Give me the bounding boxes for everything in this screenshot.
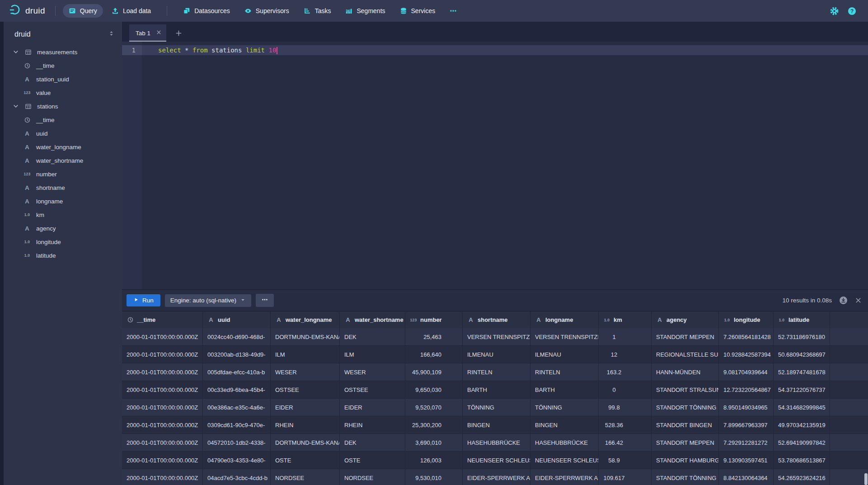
tab-tab1[interactable]: Tab 1 xyxy=(129,24,166,42)
cell-agency[interactable]: STANDORT MEPPEN xyxy=(652,328,719,346)
cell-__time[interactable]: 2000-01-01T00:00:00.000Z xyxy=(122,328,203,346)
tree-column-water_shortname[interactable]: Awater_shortname xyxy=(4,154,122,167)
cell-uuid[interactable]: 04acd7e5-3cbc-4cdd-b xyxy=(203,469,271,485)
cell-uuid[interactable]: 04790e03-4353-4e80- xyxy=(203,452,271,469)
cell-water_shortname[interactable]: RHEIN xyxy=(340,416,405,434)
cell-longitude[interactable]: 7.899667963397 xyxy=(719,416,774,434)
cell-water_shortname[interactable]: ILM xyxy=(340,346,405,363)
cell-shortname[interactable]: EIDER-SPERRWERK AP xyxy=(463,469,530,485)
cell-water_shortname[interactable]: NORDSEE xyxy=(340,469,405,485)
cell-number[interactable]: 25,300,200 xyxy=(405,416,463,434)
cell-shortname[interactable]: BINGEN xyxy=(463,416,530,434)
cell-water_shortname[interactable]: DEK xyxy=(340,328,405,346)
cell-water_longname[interactable]: NORDSEE xyxy=(271,469,340,485)
cell-number[interactable]: 25,463 xyxy=(405,328,463,346)
download-results-icon[interactable] xyxy=(839,296,848,305)
cell-shortname[interactable]: VERSEN TRENNSPITZE xyxy=(463,328,530,346)
cell-number[interactable]: 126,003 xyxy=(405,452,463,469)
cell-number[interactable]: 45,900,109 xyxy=(405,363,463,381)
column-header-shortname[interactable]: Ashortname xyxy=(463,311,530,328)
column-header-number[interactable]: 123number xyxy=(405,311,463,328)
cell-uuid[interactable]: 00c33ed9-6bea-45b4- xyxy=(203,381,271,399)
cell-uuid[interactable]: 005dfdae-efcc-410a-b xyxy=(203,363,271,381)
cell-longitude[interactable]: 8.842130064364 xyxy=(719,469,774,485)
tree-table-measurements[interactable]: measurements xyxy=(4,45,122,59)
cell-water_longname[interactable]: RHEIN xyxy=(271,416,340,434)
cell-km[interactable]: 58.9 xyxy=(599,452,652,469)
cell-water_longname[interactable]: DORTMUND-EMS-KANAL xyxy=(271,328,340,346)
cell-__time[interactable]: 2000-01-01T00:00:00.000Z xyxy=(122,381,203,399)
cell-agency[interactable]: STANDORT TÖNNING xyxy=(652,469,719,485)
cell-longname[interactable]: BARTH xyxy=(530,381,599,399)
tree-column-number[interactable]: 123number xyxy=(4,167,122,181)
column-header-latitude[interactable]: 1.0latitude xyxy=(774,311,830,328)
cell-water_shortname[interactable]: DEK xyxy=(340,434,405,452)
cell-longname[interactable]: EIDER-SPERRWERK AP xyxy=(530,469,599,485)
cell-km[interactable]: 528.36 xyxy=(599,416,652,434)
tree-column-agency[interactable]: Aagency xyxy=(4,221,122,235)
cell-__time[interactable]: 2000-01-01T00:00:00.000Z xyxy=(122,469,203,485)
cell-km[interactable]: 12 xyxy=(599,346,652,363)
cell-uuid[interactable]: 04572010-1db2-4338- xyxy=(203,434,271,452)
cell-water_shortname[interactable]: OSTSEE xyxy=(340,381,405,399)
cell-agency[interactable]: STANDORT HAMBURG xyxy=(652,452,719,469)
druid-brand[interactable]: druid xyxy=(6,4,48,18)
nav-item-query[interactable]: Query xyxy=(63,4,103,18)
cell-__time[interactable]: 2000-01-01T00:00:00.000Z xyxy=(122,434,203,452)
column-header-uuid[interactable]: Auuid xyxy=(203,311,271,328)
nav-item-datasources[interactable]: Datasources xyxy=(177,4,236,18)
cell-km[interactable]: 99.8 xyxy=(599,399,652,416)
cell-uuid[interactable]: 00e386ac-e35c-4a6e- xyxy=(203,399,271,416)
cell-number[interactable]: 3,690,010 xyxy=(405,434,463,452)
cell-number[interactable]: 166,640 xyxy=(405,346,463,363)
cell-latitude[interactable]: 54.371220576737 xyxy=(774,381,830,399)
cell-km[interactable]: 163.2 xyxy=(599,363,652,381)
tree-column-longname[interactable]: Alongname xyxy=(4,194,122,208)
cell-shortname[interactable]: TÖNNING xyxy=(463,399,530,416)
cell-longname[interactable]: VERSEN TRENNSPITZE xyxy=(530,328,599,346)
column-header-water_shortname[interactable]: Awater_shortname xyxy=(340,311,405,328)
cell-longname[interactable]: ILMENAU xyxy=(530,346,599,363)
help-icon[interactable]: ? xyxy=(848,7,856,15)
cell-shortname[interactable]: NEUENSEER SCHLEUSE xyxy=(463,452,530,469)
cell-longitude[interactable]: 12.723220564867 xyxy=(719,381,774,399)
close-results-icon[interactable] xyxy=(855,297,862,304)
cell-number[interactable]: 9,650,030 xyxy=(405,381,463,399)
tree-table-stations[interactable]: stations xyxy=(4,99,122,113)
cell-water_longname[interactable]: OSTE xyxy=(271,452,340,469)
nav-more-menu[interactable] xyxy=(444,4,463,18)
cell-latitude[interactable]: 49.970342135919 xyxy=(774,416,830,434)
cell-latitude[interactable]: 53.780686513867 xyxy=(774,452,830,469)
cell-__time[interactable]: 2000-01-01T00:00:00.000Z xyxy=(122,416,203,434)
nav-item-tasks[interactable]: Tasks xyxy=(298,4,337,18)
cell-longitude[interactable]: 7.292912281272 xyxy=(719,434,774,452)
cell-uuid[interactable]: 0024cc40-d690-468d- xyxy=(203,328,271,346)
cell-uuid[interactable]: 003200ab-d138-49d9- xyxy=(203,346,271,363)
cell-water_longname[interactable]: ILM xyxy=(271,346,340,363)
results-scrollbar-thumb[interactable] xyxy=(864,473,868,485)
cell-__time[interactable]: 2000-01-01T00:00:00.000Z xyxy=(122,346,203,363)
cell-__time[interactable]: 2000-01-01T00:00:00.000Z xyxy=(122,399,203,416)
cell-shortname[interactable]: BARTH xyxy=(463,381,530,399)
cell-longitude[interactable]: 9.130903597451 xyxy=(719,452,774,469)
cell-longitude[interactable]: 9.081704939644 xyxy=(719,363,774,381)
sql-line-1[interactable]: 1 select * from stations limit 10 xyxy=(122,45,868,55)
tree-column-water_longname[interactable]: Awater_longname xyxy=(4,140,122,154)
column-header-agency[interactable]: Aagency xyxy=(652,311,719,328)
sql-editor[interactable]: 1 select * from stations limit 10 xyxy=(122,42,868,289)
cell-water_shortname[interactable]: OSTE xyxy=(340,452,405,469)
cell-agency[interactable]: STANDORT TÖNNING xyxy=(652,399,719,416)
cell-water_shortname[interactable]: WESER xyxy=(340,363,405,381)
column-header-longitude[interactable]: 1.0longitude xyxy=(719,311,774,328)
cell-latitude[interactable]: 52.694190997842 xyxy=(774,434,830,452)
column-header-km[interactable]: 1.0km xyxy=(599,311,652,328)
tree-column-uuid[interactable]: Auuid xyxy=(4,127,122,140)
tree-column-longitude[interactable]: 1.0longitude xyxy=(4,235,122,249)
cell-agency[interactable]: REGIONALSTELLE SUHL xyxy=(652,346,719,363)
tree-column-shortname[interactable]: Ashortname xyxy=(4,181,122,194)
cell-shortname[interactable]: ILMENAU xyxy=(463,346,530,363)
settings-gear-icon[interactable] xyxy=(830,7,839,15)
tree-column-latitude[interactable]: 1.0latitude xyxy=(4,249,122,262)
cell-longname[interactable]: RINTELN xyxy=(530,363,599,381)
nav-item-services[interactable]: Services xyxy=(394,4,441,18)
